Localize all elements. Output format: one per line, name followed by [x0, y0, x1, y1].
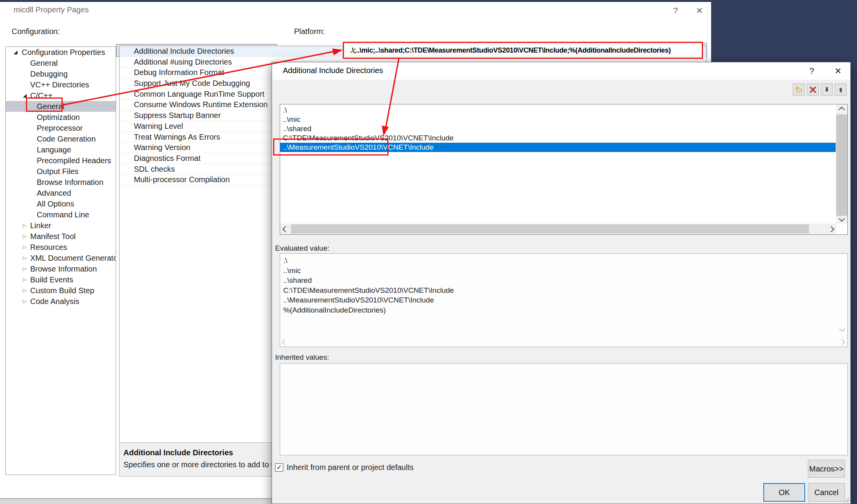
tree-expander-icon[interactable] — [21, 220, 28, 231]
main-titlebar: micdll Property Pages ? ✕ — [0, 2, 711, 19]
tree-item[interactable]: Command Line — [6, 209, 116, 220]
tree-item-label: Build Events — [30, 275, 73, 284]
tree-item-label: C/C++ — [30, 91, 53, 100]
inherited-values-label: Inherited values: — [275, 353, 329, 362]
include-directories-dialog: Additional Include Directories ? ✕ — [272, 62, 851, 504]
move-up-button[interactable] — [835, 84, 847, 96]
tree-item[interactable]: XML Document Generator — [6, 253, 116, 263]
tree-item[interactable]: Preprocessor — [6, 123, 116, 133]
tree-expander-icon[interactable] — [21, 242, 28, 253]
tree-item[interactable]: Output Files — [6, 166, 116, 177]
property-row-label: Diagnostics Format — [134, 154, 200, 162]
property-row-label: Additional Include Directories — [134, 47, 234, 55]
tree-item-label: XML Document Generator — [30, 254, 116, 262]
tree-item-label: Custom Build Step — [30, 286, 94, 295]
scroll-down-icon[interactable] — [839, 326, 845, 332]
property-row-label: Common Language RunTime Support — [134, 90, 264, 98]
property-row-label: SDL checks — [134, 165, 175, 173]
horizontal-scrollbar[interactable] — [280, 224, 836, 234]
tree-item[interactable]: Advanced — [6, 188, 116, 198]
evaluated-lines: .\..\mic..\sharedC:\TDE\MeasurementStudi… — [280, 256, 838, 315]
property-row-label: Warning Level — [134, 122, 183, 130]
tree-item[interactable]: All Options — [6, 198, 116, 209]
evaluated-line: %(AdditionalIncludeDirectories) — [280, 305, 838, 315]
tree-item-label: VC++ Directories — [30, 80, 89, 89]
additional-include-directories-value[interactable]: .\;..\mic;..\shared;C:\TDE\MeasurementSt… — [344, 43, 702, 58]
tree-item-label: General — [30, 59, 58, 67]
property-row-label: Warning Version — [134, 143, 190, 152]
tree-item[interactable]: Resources — [6, 242, 116, 253]
directory-list-item[interactable]: .\ — [280, 106, 836, 115]
evaluated-value-box[interactable]: .\..\mic..\sharedC:\TDE\MeasurementStudi… — [280, 253, 848, 347]
new-line-button[interactable] — [793, 84, 805, 96]
tree-expander-icon[interactable] — [12, 47, 19, 58]
scroll-down-icon[interactable] — [836, 214, 847, 224]
tree-item[interactable]: Browse Information — [6, 263, 116, 274]
cancel-button[interactable]: Cancel — [808, 483, 845, 502]
inherited-values-box[interactable] — [280, 363, 848, 455]
tree-item[interactable]: Code Analysis — [6, 296, 116, 307]
tree-item[interactable]: Configuration Properties — [6, 47, 116, 58]
tree-item[interactable]: Optimization — [6, 112, 116, 123]
scroll-left-icon[interactable] — [280, 224, 290, 234]
tree-expander-icon[interactable] — [21, 296, 28, 307]
tree-item-label: Preprocessor — [37, 124, 83, 132]
directories-listbox[interactable]: .\..\mic..\sharedC:\TDE\MeasurementStudi… — [280, 104, 848, 235]
tree-item[interactable]: General — [6, 101, 116, 112]
scroll-left-icon[interactable] — [282, 339, 288, 345]
resize-grip[interactable] — [843, 497, 850, 503]
tree-item[interactable]: Precompiled Headers — [6, 155, 116, 166]
close-icon[interactable]: ✕ — [829, 65, 847, 78]
ok-button[interactable]: OK — [763, 483, 805, 502]
tree-item[interactable]: Build Events — [6, 274, 116, 285]
delete-button[interactable] — [807, 84, 819, 96]
tree-item[interactable]: Linker — [6, 220, 116, 231]
tree-item[interactable]: Browse Information — [6, 177, 116, 188]
tree-item-label: Debugging — [30, 70, 68, 78]
tree-item-label: Configuration Properties — [22, 48, 105, 56]
move-down-button[interactable] — [821, 84, 833, 96]
tree-item[interactable]: VC++ Directories — [6, 79, 116, 90]
scroll-right-icon[interactable] — [826, 224, 836, 234]
configuration-bar: Configuration: Active(Release) Platform:… — [0, 19, 711, 44]
evaluated-line: C:\TDE\MeasurementStudioVS2010\VCNET\Inc… — [280, 285, 838, 296]
tree-expander-icon[interactable] — [21, 90, 28, 101]
arrow-down-icon — [823, 86, 830, 93]
property-row-label: Suppress Startup Banner — [134, 111, 221, 120]
tree-item[interactable]: Custom Build Step — [6, 285, 116, 296]
tree-item-label: Manifest Tool — [30, 232, 75, 241]
evaluated-line: ..\shared — [280, 275, 838, 285]
screen-top-edge — [0, 0, 857, 2]
inherit-checkbox[interactable]: ✓ — [275, 463, 283, 472]
directory-list-item[interactable]: C:\TDE\MeasurementStudioVS2010\VCNET\Inc… — [280, 133, 836, 143]
close-icon[interactable]: ✕ — [691, 4, 708, 17]
tree-item[interactable]: General — [6, 58, 116, 68]
delete-x-icon — [809, 86, 816, 93]
tree-expander-icon[interactable] — [21, 253, 28, 263]
dialog-title: Additional Include Directories — [283, 66, 383, 75]
tree-item[interactable]: Manifest Tool — [6, 231, 116, 242]
tree-item[interactable]: C/C++ — [6, 90, 116, 101]
vertical-scrollbar[interactable] — [836, 104, 847, 224]
tree-item[interactable]: Debugging — [6, 68, 116, 79]
tree-expander-icon[interactable] — [21, 263, 28, 274]
scrollbar-thumb[interactable] — [836, 114, 847, 216]
tree-item-label: Command Line — [37, 210, 89, 219]
macros-button[interactable]: Macros>> — [808, 460, 845, 478]
tree-expander-icon[interactable] — [21, 274, 28, 285]
scrollbar-thumb[interactable] — [291, 224, 809, 234]
directory-list-item[interactable]: ..\shared — [280, 124, 836, 133]
tree-expander-icon[interactable] — [21, 285, 28, 296]
tree-item[interactable]: Code Generation — [6, 133, 116, 144]
scroll-right-icon[interactable] — [839, 339, 845, 345]
help-icon[interactable]: ? — [803, 65, 821, 78]
directory-list-item[interactable]: ..\mic — [280, 115, 836, 124]
directory-list-item[interactable]: ..\MeasurementStudioVS2010\VCNET\Include — [280, 143, 836, 152]
tree-item-label: Output Files — [37, 167, 79, 176]
tree-item-label: Browse Information — [30, 265, 97, 273]
scroll-up-icon[interactable] — [836, 104, 847, 114]
tree-item[interactable]: Language — [6, 144, 116, 155]
help-icon[interactable]: ? — [667, 4, 684, 17]
tree-expander-icon[interactable] — [21, 231, 28, 242]
configuration-label: Configuration: — [12, 27, 60, 36]
